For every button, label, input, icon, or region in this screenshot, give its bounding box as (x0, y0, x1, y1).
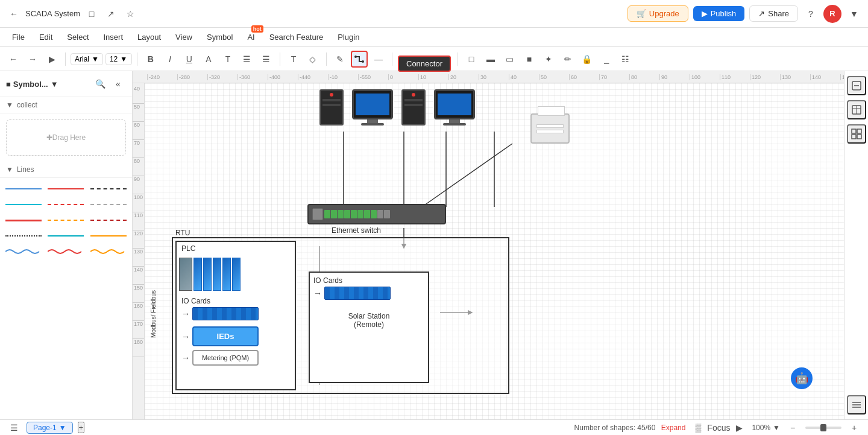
line-orange-solid[interactable] (89, 230, 128, 242)
line-red-solid[interactable] (46, 183, 86, 195)
font-size-selector[interactable]: 12 ▼ (105, 53, 132, 65)
rectangle-button[interactable]: □ (463, 51, 480, 68)
sidebar-section-collect[interactable]: ▼ collect (0, 97, 132, 113)
canvas-area[interactable]: -240 -280 -320 -360 -400 -440 -10 -550 0… (133, 71, 844, 419)
io-card-visual-inner (192, 307, 259, 320)
add-page-button[interactable]: + (78, 422, 85, 433)
table-button[interactable]: ☷ (617, 51, 634, 68)
line-dark-dashed[interactable] (89, 183, 128, 195)
underline-button[interactable]: U (181, 51, 198, 68)
connector-button[interactable] (351, 51, 368, 68)
back-button[interactable]: ← (6, 6, 22, 22)
italic-button[interactable]: I (162, 51, 178, 68)
line-row-2 (4, 198, 128, 211)
menu-view[interactable]: View (169, 30, 198, 44)
menu-insert[interactable]: Insert (98, 30, 130, 44)
server-2[interactable] (401, 89, 426, 125)
sidebar-search-button[interactable]: 🔍 (92, 76, 108, 92)
line-button[interactable]: — (370, 51, 387, 68)
edit-shape-button[interactable]: ✏ (559, 51, 576, 68)
focus-button[interactable]: Focus (711, 420, 726, 436)
upgrade-button[interactable]: 🛒 Upgrade (627, 5, 688, 22)
menu-edit[interactable]: Edit (33, 30, 58, 44)
text-mode-button[interactable]: T (285, 51, 302, 68)
history-icon[interactable]: □ (84, 6, 99, 22)
line-blue-wavy[interactable] (4, 246, 43, 258)
line-orange-dashed[interactable] (46, 214, 86, 226)
star-icon[interactable]: ☆ (122, 6, 138, 22)
remote-station-box[interactable]: IO Cards → Solar Station(Remote) (309, 271, 429, 383)
redo-button[interactable]: → (24, 51, 41, 68)
menu-file[interactable]: File (6, 30, 31, 44)
lock-button[interactable]: 🔒 (579, 51, 596, 68)
menu-layout[interactable]: Layout (131, 30, 167, 44)
zoom-slider[interactable] (805, 427, 841, 429)
line-dotted[interactable] (4, 230, 43, 242)
printer[interactable] (530, 113, 570, 144)
undo-button[interactable]: ← (5, 51, 22, 68)
bold-button[interactable]: B (142, 51, 159, 68)
monitor-1[interactable] (352, 89, 393, 125)
line-cyan-solid[interactable] (46, 230, 86, 242)
align-button[interactable]: ☰ (258, 51, 275, 68)
right-panel-grid-button[interactable] (847, 124, 866, 144)
menu-search-feature[interactable]: Search Feature (263, 30, 330, 44)
right-panel-menu-button[interactable] (847, 395, 866, 414)
canvas-content[interactable]: Ethernet switch RTU PLC (145, 83, 844, 419)
ieds-button[interactable]: IEDs (192, 326, 259, 346)
menu-icon (851, 399, 862, 410)
monitor-2[interactable] (434, 89, 475, 125)
connector-tooltip: Connector (398, 56, 451, 72)
sidebar-collapse-button[interactable]: « (110, 76, 126, 92)
zoom-in-button[interactable]: + (846, 420, 862, 436)
line-darkred-dashed[interactable] (89, 214, 128, 226)
format-painter-button[interactable]: ▶ (43, 51, 60, 68)
metering-button[interactable]: Metering (PQM) (192, 350, 259, 366)
menu-plugin[interactable]: Plugin (332, 30, 365, 44)
right-panel-style-button[interactable] (847, 76, 866, 95)
rounded-rect-button[interactable]: ▬ (482, 51, 499, 68)
plc-box[interactable]: PLC IO Cards → (175, 241, 296, 390)
export-icon[interactable]: ↗ (103, 6, 119, 22)
layers-button[interactable]: ▒ (690, 420, 706, 436)
menu-symbol[interactable]: Symbol (201, 30, 239, 44)
shape3-button[interactable]: ■ (521, 51, 538, 68)
right-panel-data-button[interactable] (847, 100, 866, 119)
layout-toggle-button[interactable]: ☰ (6, 420, 22, 436)
line-gray-dashed[interactable] (89, 198, 128, 211)
publish-button[interactable]: ▶ Publish (693, 6, 745, 21)
menu-ai[interactable]: AIhot (241, 30, 260, 44)
share-button[interactable]: ↗ Share (749, 5, 798, 22)
zoom-dropdown-icon: ▼ (773, 424, 780, 432)
shape4-button[interactable]: ✦ (540, 51, 557, 68)
unlink-button[interactable]: ⎯ (598, 51, 615, 68)
draw-button[interactable]: ✎ (332, 51, 348, 68)
expand-link[interactable]: Expand (661, 424, 686, 432)
line-blue-solid[interactable] (4, 183, 43, 195)
menu-select[interactable]: Select (61, 30, 95, 44)
ruler-horizontal: -240 -280 -320 -360 -400 -440 -10 -550 0… (133, 71, 844, 83)
zoom-out-button[interactable]: − (785, 420, 800, 436)
line-red-wavy[interactable] (46, 246, 86, 258)
drag-area[interactable]: ✚ Drag Here (6, 119, 126, 156)
font-color-button[interactable]: A (200, 51, 217, 68)
align-left-button[interactable]: ☰ (239, 51, 256, 68)
page-tab-1[interactable]: Page-1 ▼ (27, 422, 73, 434)
server-1[interactable] (319, 89, 344, 125)
font-selector[interactable]: Arial ▼ (71, 53, 103, 65)
line-teal-solid[interactable] (4, 198, 43, 211)
chatbot-button[interactable]: 🤖 (791, 367, 813, 389)
text-button[interactable]: T (219, 51, 236, 68)
ethernet-switch[interactable]: Ethernet switch (307, 204, 446, 235)
help-button[interactable]: ? (803, 6, 819, 22)
account-menu-button[interactable]: ▼ (846, 6, 862, 22)
line-red-dashed[interactable] (46, 198, 86, 211)
line-red2-solid[interactable] (4, 214, 43, 226)
sidebar-section-lines[interactable]: ▼ Lines (0, 162, 132, 178)
zoom-fit-button[interactable]: ▶ (731, 420, 747, 436)
line-orange-wavy[interactable] (89, 246, 128, 258)
shape-button[interactable]: ◇ (304, 51, 321, 68)
rtu-container[interactable]: RTU PLC IO Cards (172, 237, 509, 394)
font-label: Arial (75, 55, 89, 63)
shape2-button[interactable]: ▭ (502, 51, 518, 68)
